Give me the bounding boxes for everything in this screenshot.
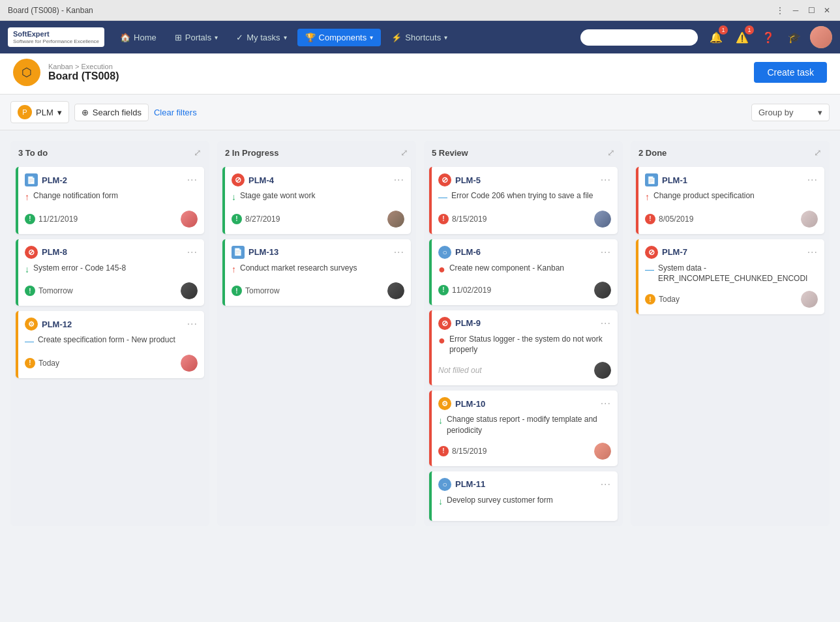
column-expand-done[interactable]: ⤢: [814, 147, 822, 158]
card-avatar: [387, 282, 404, 299]
title-bar: Board (TS008) - Kanban ⋮ ─ ☐ ✕: [0, 0, 840, 21]
gear-type-icon: ⚙: [25, 318, 38, 331]
card-id-text: PLM-10: [455, 399, 485, 409]
graduation-icon[interactable]: 🎓: [784, 27, 805, 48]
card-plm-11[interactable]: ○ PLM-11 ··· ↓ Develop survey customer f…: [429, 471, 618, 522]
card-avatar: [594, 362, 611, 379]
column-expand-inprogress[interactable]: ⤢: [400, 147, 408, 158]
plm-filter-button[interactable]: P PLM ▾: [10, 101, 69, 123]
card-id: ⊘ PLM-4: [232, 173, 274, 186]
card-plm-9[interactable]: ⊘ PLM-9 ··· ● Error Status logger - the …: [429, 310, 618, 386]
notification-bell[interactable]: 🔔 1: [706, 27, 727, 48]
nav-portals[interactable]: ⊞ Portals ▾: [167, 29, 226, 46]
card-header: ⊘ PLM-7 ···: [645, 246, 818, 259]
nav-portals-label: Portals: [185, 33, 211, 42]
priority-minus-blue-icon: —: [438, 191, 447, 204]
column-title-inprogress: 2 In Progress: [225, 148, 278, 158]
card-id: ⊘ PLM-8: [25, 246, 67, 259]
card-menu-btn[interactable]: ···: [601, 174, 611, 186]
red-circle-type-icon: ⊘: [438, 173, 451, 186]
group-by-dropdown[interactable]: Group by ▾: [751, 104, 830, 121]
card-desc-text: Error Status logger - the system do not …: [449, 334, 611, 356]
card-id: ⊘ PLM-9: [438, 317, 481, 330]
alert-icon[interactable]: ⚠️ 1: [732, 27, 753, 48]
card-date-text: Today: [659, 295, 680, 304]
date-status-green-icon: !: [232, 214, 242, 224]
card-plm-6[interactable]: ○ PLM-6 ··· ● Create new component - Kan…: [429, 239, 618, 305]
card-desc-text: Create specification form - New product: [38, 334, 175, 346]
card-date: !Tomorrow: [232, 286, 280, 296]
more-options-btn[interactable]: ⋮: [775, 5, 785, 16]
card-plm-8[interactable]: ⊘ PLM-8 ··· ↓ System error - Code 145-8 …: [16, 239, 204, 306]
column-expand-review[interactable]: ⤢: [607, 147, 615, 158]
card-id-text: PLM-7: [662, 247, 687, 257]
priority-up-icon: ↑: [25, 191, 29, 204]
card-menu-btn[interactable]: ···: [394, 174, 404, 186]
card-plm-2[interactable]: 📄 PLM-2 ··· ↑ Change notification form !…: [16, 167, 204, 234]
nav-mytasks[interactable]: ✓ My tasks ▾: [228, 29, 294, 46]
portals-icon: ⊞: [175, 33, 182, 42]
card-date: !8/15/2019: [438, 214, 487, 224]
card-date-text: Tomorrow: [245, 286, 280, 295]
priority-up-icon: ↑: [232, 263, 236, 276]
card-desc-text: Develop survey customer form: [447, 495, 553, 506]
card-menu-btn[interactable]: ···: [601, 246, 611, 258]
minimize-btn[interactable]: ─: [790, 5, 801, 16]
card-plm-4[interactable]: ⊘ PLM-4 ··· ↓ Stage gate wont work !8/27…: [222, 167, 411, 234]
card-date: Not filled out: [438, 366, 482, 375]
card-menu-btn[interactable]: ···: [807, 174, 818, 186]
blue-circle-type-icon: ○: [438, 478, 451, 491]
card-header: ⊘ PLM-8 ···: [25, 246, 198, 259]
card-footer: !Tomorrow: [232, 282, 404, 299]
card-id-text: PLM-9: [455, 318, 481, 328]
create-task-button[interactable]: Create task: [754, 62, 827, 83]
nav-shortcuts[interactable]: ⚡ Shortcuts ▾: [383, 29, 455, 46]
card-plm-13[interactable]: 📄 PLM-13 ··· ↑ Conduct market research s…: [222, 239, 411, 306]
user-avatar[interactable]: [810, 26, 832, 48]
card-description: — System data - ERR_INCOMPLETE_CHUNKED_E…: [645, 263, 818, 285]
card-desc-text: Conduct market research surveys: [240, 263, 357, 274]
close-btn[interactable]: ✕: [822, 5, 832, 16]
card-id-text: PLM-8: [42, 247, 67, 257]
column-title-review: 5 Review: [432, 148, 468, 158]
card-menu-btn[interactable]: ···: [601, 318, 611, 329]
card-date: !11/21/2019: [25, 214, 78, 224]
card-menu-btn[interactable]: ···: [187, 246, 198, 258]
group-by-arrow-icon: ▾: [818, 108, 822, 117]
card-menu-btn[interactable]: ···: [601, 479, 611, 490]
card-plm-10[interactable]: ⚙ PLM-10 ··· ↓ Change status report - mo…: [429, 391, 618, 466]
card-menu-btn[interactable]: ···: [187, 174, 198, 186]
card-date-text: Tomorrow: [38, 286, 73, 295]
card-plm-12[interactable]: ⚙ PLM-12 ··· — Create specification form…: [16, 311, 204, 378]
group-by-label: Group by: [758, 108, 793, 117]
card-menu-btn[interactable]: ···: [187, 318, 198, 330]
column-expand-todo[interactable]: ⤢: [194, 147, 202, 158]
card-plm-5[interactable]: ⊘ PLM-5 ··· — Error Code 206 when trying…: [429, 167, 618, 234]
nav-components[interactable]: 🏆 Components ▾: [297, 29, 382, 46]
card-description: ↓ Change status report - modify template…: [438, 414, 611, 436]
card-footer: !Today: [25, 355, 198, 372]
nav-home[interactable]: 🏠 Home: [112, 29, 164, 46]
priority-red-dot-icon: ●: [438, 334, 445, 346]
red-circle-type-icon: ⊘: [645, 246, 658, 259]
check-icon: ✓: [236, 33, 243, 42]
search-input[interactable]: [580, 29, 698, 46]
page-title: Board (TS008): [48, 70, 119, 82]
logo[interactable]: SoftExpert Software for Performance Exce…: [8, 27, 104, 46]
maximize-btn[interactable]: ☐: [806, 5, 817, 16]
help-icon[interactable]: ❓: [758, 27, 779, 48]
card-menu-btn[interactable]: ···: [394, 246, 404, 258]
card-footer: !Tomorrow: [25, 282, 198, 299]
doc-type-icon: 📄: [25, 173, 38, 186]
search-fields-button[interactable]: ⊕ Search fields: [74, 104, 149, 121]
card-avatar: [801, 291, 818, 308]
card-plm-1[interactable]: 📄 PLM-1 ··· ↑ Change product specificati…: [636, 167, 824, 234]
card-plm-7[interactable]: ⊘ PLM-7 ··· — System data - ERR_INCOMPLE…: [636, 239, 824, 315]
card-menu-btn[interactable]: ···: [601, 398, 611, 409]
card-description: ● Error Status logger - the system do no…: [438, 334, 611, 356]
card-avatar: [387, 211, 404, 228]
card-date: !Today: [645, 294, 680, 304]
plm-arrow-icon: ▾: [57, 108, 62, 117]
card-menu-btn[interactable]: ···: [807, 246, 818, 258]
clear-filters-button[interactable]: Clear filters: [154, 108, 197, 117]
